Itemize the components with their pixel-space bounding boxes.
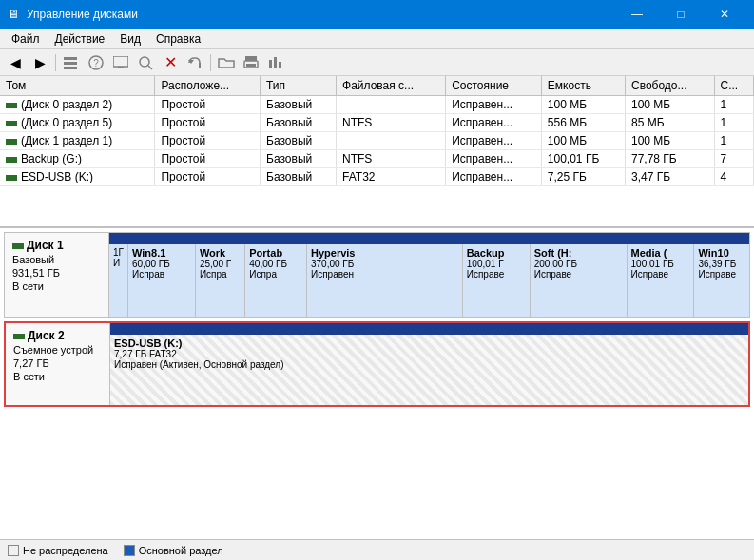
row-icon <box>6 103 17 108</box>
col-fs[interactable]: Файловая с... <box>337 76 446 96</box>
svg-line-8 <box>148 66 152 69</box>
menu-view[interactable]: Вид <box>112 30 148 48</box>
col-free[interactable]: Свободо... <box>625 76 714 96</box>
cell-status: Исправен... <box>446 132 542 150</box>
cell-free: 3,47 ГБ <box>625 168 714 186</box>
col-layout[interactable]: Расположе... <box>155 76 261 96</box>
disk-top-bar <box>110 323 748 335</box>
part-status: Исправе <box>631 269 690 280</box>
cell-free: 100 МБ <box>625 132 714 150</box>
partition-p2_esd[interactable]: ESD-USB (K:) 7,27 ГБ FAT32 Исправен (Акт… <box>110 335 748 405</box>
cell-extra: 1 <box>714 132 753 150</box>
part-name: Hypervis <box>311 247 458 259</box>
table-row[interactable]: (Диск 0 раздел 5) Простой Базовый NTFS И… <box>0 114 754 132</box>
part-size: 100,01 ГБ <box>631 259 690 269</box>
row-icon <box>6 157 17 163</box>
col-type[interactable]: Тип <box>261 76 337 96</box>
status-bar: Не распределена Основной раздел <box>0 539 754 560</box>
part-size: 1Г <box>113 247 124 258</box>
svg-rect-16 <box>279 62 281 68</box>
menu-action[interactable]: Действие <box>48 30 113 48</box>
legend-unallocated-box <box>8 545 19 556</box>
minimize-button[interactable]: — <box>615 0 659 29</box>
part-size: 60,00 ГБ <box>132 259 191 269</box>
part-name: Backup <box>467 247 526 259</box>
svg-rect-6 <box>118 67 124 68</box>
part-status: Испра <box>200 269 241 280</box>
window-title: Управление дисками <box>27 8 608 21</box>
disk-row-disk2: Диск 2 Съемное устрой 7,27 ГБ В сети ESD… <box>4 321 750 407</box>
table-row[interactable]: (Диск 0 раздел 2) Простой Базовый Исправ… <box>0 96 754 114</box>
part-name: Win10 <box>698 247 745 259</box>
partition-p1_work[interactable]: Work 25,00 Г Испра <box>196 244 245 317</box>
disk-info-icon <box>12 243 24 249</box>
svg-rect-10 <box>199 63 201 68</box>
cell-capacity: 100 МБ <box>541 96 625 114</box>
part-name: ESD-USB (K:) <box>114 338 744 349</box>
toolbar-help-btn[interactable]: ? <box>85 52 107 73</box>
part-name: Portab <box>249 247 302 259</box>
partition-p1_small[interactable]: 1Г И <box>109 244 128 317</box>
partition-p1_media[interactable]: Media ( 100,01 ГБ Исправе <box>628 244 695 317</box>
table-row[interactable]: ESD-USB (K:) Простой Базовый FAT32 Испра… <box>0 168 754 186</box>
legend-unallocated-label: Не распределена <box>23 545 108 556</box>
cell-fs <box>337 96 446 114</box>
toolbar-undo-btn[interactable] <box>184 52 206 73</box>
partition-p1_portab[interactable]: Portab 40,00 ГБ Испра <box>245 244 307 317</box>
disk-table-section: Том Расположе... Тип Файловая с... Состо… <box>0 76 754 228</box>
disk-parts-row: ESD-USB (K:) 7,27 ГБ FAT32 Исправен (Акт… <box>110 335 748 405</box>
cell-volume: (Диск 1 раздел 1) <box>0 132 155 150</box>
toolbar-folder-btn[interactable] <box>215 52 238 73</box>
disk-partitions-disk1: 1Г И Win8.1 60,00 ГБ Исправ Work 25,00 Г… <box>109 233 749 317</box>
toolbar-chart-btn[interactable] <box>264 52 287 73</box>
partition-p1_hypervis[interactable]: Hypervis 370,00 ГБ Исправен <box>307 244 463 317</box>
toolbar-delete-btn[interactable]: ✕ <box>159 52 182 73</box>
part-size: 36,39 ГБ <box>698 259 745 269</box>
forward-button[interactable]: ▶ <box>29 52 51 73</box>
cell-layout: Простой <box>155 168 261 186</box>
svg-rect-13 <box>246 64 256 67</box>
cell-fs: NTFS <box>337 114 446 132</box>
table-header-row: Том Расположе... Тип Файловая с... Состо… <box>0 76 754 96</box>
menu-file[interactable]: Файл <box>4 30 48 48</box>
cell-extra: 4 <box>714 168 753 186</box>
part-status: И <box>113 258 124 268</box>
part-size: 25,00 Г <box>200 259 241 269</box>
disk-info-disk2: Диск 2 Съемное устрой 7,27 ГБ В сети <box>6 323 110 405</box>
toolbar-print-btn[interactable] <box>240 52 262 73</box>
cell-fs: FAT32 <box>337 168 446 186</box>
cell-layout: Простой <box>155 114 261 132</box>
menu-help[interactable]: Справка <box>148 30 208 48</box>
disk-size: 931,51 ГБ <box>12 267 101 279</box>
toolbar-screen-btn[interactable] <box>109 52 132 73</box>
part-status: Исправ <box>132 269 191 280</box>
part-size: 7,27 ГБ FAT32 <box>114 349 744 359</box>
partition-p1_soft[interactable]: Soft (H: 200,00 ГБ Исправе <box>531 244 628 317</box>
back-button[interactable]: ◀ <box>4 52 27 73</box>
toolbar-sep-2 <box>210 54 211 71</box>
cell-volume: ESD-USB (K:) <box>0 168 155 186</box>
partition-p1_win81[interactable]: Win8.1 60,00 ГБ Исправ <box>128 244 196 317</box>
disk-info-icon <box>13 334 25 339</box>
partition-p1_win10[interactable]: Win10 36,39 ГБ Исправе <box>694 244 749 317</box>
toolbar-list-btn[interactable] <box>60 52 83 73</box>
cell-layout: Простой <box>155 132 261 150</box>
toolbar-search-btn[interactable] <box>134 52 157 73</box>
col-extra[interactable]: С... <box>714 76 753 96</box>
col-status[interactable]: Состояние <box>446 76 542 96</box>
disk-parts-row: 1Г И Win8.1 60,00 ГБ Исправ Work 25,00 Г… <box>109 244 749 317</box>
col-capacity[interactable]: Емкость <box>541 76 625 96</box>
close-button[interactable]: ✕ <box>703 0 746 29</box>
main-content: Том Расположе... Тип Файловая с... Состо… <box>0 76 754 539</box>
disk-partitions-disk2: ESD-USB (K:) 7,27 ГБ FAT32 Исправен (Акт… <box>110 323 748 405</box>
partition-p1_backup[interactable]: Backup 100,01 Г Исправе <box>463 244 531 317</box>
cell-free: 77,78 ГБ <box>625 150 714 168</box>
maximize-button[interactable]: □ <box>659 0 703 29</box>
table-row[interactable]: (Диск 1 раздел 1) Простой Базовый Исправ… <box>0 132 754 150</box>
part-size: 370,00 ГБ <box>311 259 458 269</box>
table-row[interactable]: Backup (G:) Простой Базовый NTFS Исправе… <box>0 150 754 168</box>
col-volume[interactable]: Том <box>0 76 155 96</box>
part-name: Win8.1 <box>132 247 191 259</box>
disk-graphical-section: Диск 1 Базовый 931,51 ГБ В сети 1Г И Win… <box>0 228 754 539</box>
cell-layout: Простой <box>155 150 261 168</box>
